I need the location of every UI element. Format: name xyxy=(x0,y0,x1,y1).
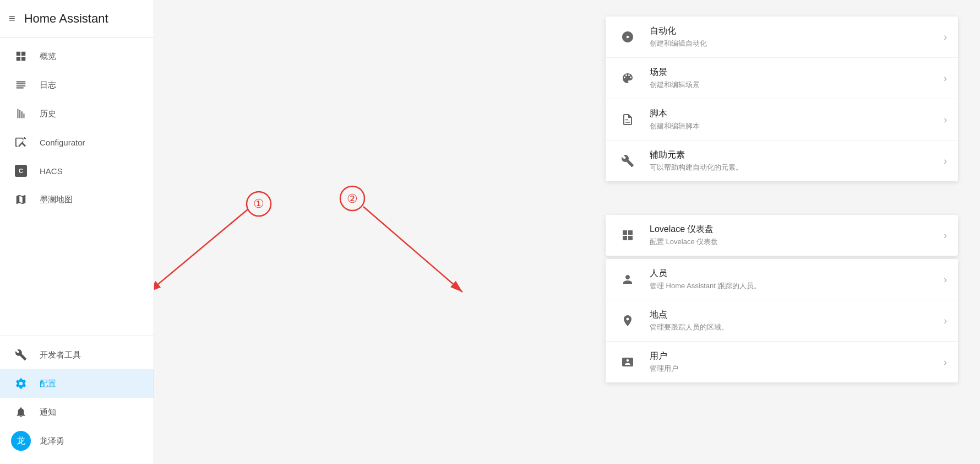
sidebar-item-label-configurator: Configurator xyxy=(40,138,85,147)
lovelace-title: Lovelace 仪表盘 xyxy=(650,224,939,235)
helper-chevron-icon: › xyxy=(944,155,947,167)
sidebar: ≡ Home Assistant 概览 日志 xyxy=(0,0,154,464)
devtools-icon xyxy=(11,345,31,365)
logbook-icon xyxy=(11,75,31,95)
svg-text:②: ② xyxy=(347,192,358,206)
zones-text: 地点 管理要跟踪人员的区域。 xyxy=(650,309,939,332)
scene-chevron-icon: › xyxy=(944,73,947,84)
sidebar-item-label-history: 历史 xyxy=(40,109,56,119)
config-panel-lovelace: Lovelace 仪表盘 配置 Lovelace 仪表盘 › xyxy=(606,215,958,256)
sidebar-bottom: 开发者工具 配置 通知 龙 龙泽勇 xyxy=(0,336,154,464)
config-panel-1: 自动化 创建和编辑自动化 › 场景 创建和编辑场景 › xyxy=(606,17,958,181)
persons-title: 人员 xyxy=(650,268,939,279)
persons-text: 人员 管理 Home Assistant 跟踪的人员。 xyxy=(650,268,939,291)
lovelace-subtitle: 配置 Lovelace 仪表盘 xyxy=(650,237,939,247)
zones-chevron-icon: › xyxy=(944,315,947,327)
sidebar-item-label-user: 龙泽勇 xyxy=(40,436,64,446)
sidebar-item-label-config: 配置 xyxy=(40,379,56,389)
svg-point-4 xyxy=(340,186,364,211)
config-item-automation[interactable]: 自动化 创建和编辑自动化 › xyxy=(606,17,958,58)
automation-chevron-icon: › xyxy=(944,31,947,43)
sidebar-item-config[interactable]: 配置 xyxy=(0,369,154,398)
zones-title: 地点 xyxy=(650,309,939,321)
script-text: 脚本 创建和编辑脚本 xyxy=(650,108,939,131)
sidebar-item-label-hacs: HACS xyxy=(40,166,63,176)
automation-subtitle: 创建和编辑自动化 xyxy=(650,39,939,48)
automation-title: 自动化 xyxy=(650,25,939,37)
persons-subtitle: 管理 Home Assistant 跟踪的人员。 xyxy=(650,281,939,291)
helper-icon xyxy=(617,150,639,172)
automation-text: 自动化 创建和编辑自动化 xyxy=(650,25,939,48)
users-icon xyxy=(617,351,639,373)
notifications-icon xyxy=(11,402,31,422)
persons-chevron-icon: › xyxy=(944,274,947,285)
config-item-persons[interactable]: 人员 管理 Home Assistant 跟踪的人员。 › xyxy=(606,259,958,300)
scene-title: 场景 xyxy=(650,67,939,78)
lovelace-text: Lovelace 仪表盘 配置 Lovelace 仪表盘 xyxy=(650,224,939,247)
overview-icon xyxy=(11,46,31,66)
config-item-helper[interactable]: 辅助元素 可以帮助构建自动化的元素。 › xyxy=(606,141,958,181)
sidebar-item-label-logbook: 日志 xyxy=(40,80,56,90)
config-item-users[interactable]: 用户 管理用户 › xyxy=(606,342,958,382)
history-icon xyxy=(11,104,31,123)
sidebar-item-devtools[interactable]: 开发者工具 xyxy=(0,341,154,369)
sidebar-item-history[interactable]: 历史 xyxy=(0,99,154,128)
script-subtitle: 创建和编辑脚本 xyxy=(650,121,939,131)
configurator-icon xyxy=(11,132,31,152)
script-icon xyxy=(617,109,639,131)
sidebar-header: ≡ Home Assistant xyxy=(0,0,154,37)
config-item-script[interactable]: 脚本 创建和编辑脚本 › xyxy=(606,99,958,141)
config-item-zones[interactable]: 地点 管理要跟踪人员的区域。 › xyxy=(606,300,958,342)
sidebar-item-hacs[interactable]: C HACS xyxy=(0,157,154,185)
svg-text:①: ① xyxy=(253,197,264,211)
sidebar-nav: 概览 日志 历史 xyxy=(0,37,154,336)
users-subtitle: 管理用户 xyxy=(650,364,939,374)
sidebar-item-logbook[interactable]: 日志 xyxy=(0,71,154,99)
helper-text: 辅助元素 可以帮助构建自动化的元素。 xyxy=(650,149,939,172)
sidebar-item-overview[interactable]: 概览 xyxy=(0,42,154,71)
config-item-lovelace[interactable]: Lovelace 仪表盘 配置 Lovelace 仪表盘 › xyxy=(606,215,958,256)
scene-icon xyxy=(617,67,639,89)
lovelace-chevron-icon: › xyxy=(944,230,947,241)
config-icon xyxy=(11,374,31,393)
lovelace-icon xyxy=(617,224,639,246)
users-chevron-icon: › xyxy=(944,357,947,368)
scene-text: 场景 创建和编辑场景 xyxy=(650,67,939,90)
config-panel-people: 人员 管理 Home Assistant 跟踪的人员。 › 地点 管理要跟踪人员… xyxy=(606,259,958,382)
sidebar-item-user[interactable]: 龙 龙泽勇 xyxy=(0,427,154,455)
svg-line-6 xyxy=(363,207,462,292)
sidebar-item-label-map: 墨澜地图 xyxy=(40,195,73,205)
users-text: 用户 管理用户 xyxy=(650,350,939,374)
helper-subtitle: 可以帮助构建自动化的元素。 xyxy=(650,163,939,172)
zones-subtitle: 管理要跟踪人员的区域。 xyxy=(650,322,939,332)
sidebar-item-label-notifications: 通知 xyxy=(40,407,56,418)
sidebar-item-map[interactable]: 墨澜地图 xyxy=(0,185,154,214)
config-item-scene[interactable]: 场景 创建和编辑场景 › xyxy=(606,58,958,99)
scene-subtitle: 创建和编辑场景 xyxy=(650,80,939,90)
map-icon xyxy=(11,190,31,209)
script-title: 脚本 xyxy=(650,108,939,120)
helper-title: 辅助元素 xyxy=(650,149,939,161)
zones-icon xyxy=(617,310,639,332)
sidebar-item-configurator[interactable]: Configurator xyxy=(0,128,154,157)
app-title: Home Assistant xyxy=(24,12,108,26)
sidebar-item-label-devtools: 开发者工具 xyxy=(40,350,81,360)
automation-icon xyxy=(617,26,639,48)
menu-toggle-icon[interactable]: ≡ xyxy=(9,12,15,25)
sidebar-item-label-overview: 概览 xyxy=(40,51,56,62)
main-content: 自动化 创建和编辑自动化 › 场景 创建和编辑场景 › xyxy=(154,0,980,464)
hacs-icon: C xyxy=(11,161,31,181)
sidebar-item-notifications[interactable]: 通知 xyxy=(0,398,154,427)
svg-point-1 xyxy=(247,192,271,216)
script-chevron-icon: › xyxy=(944,114,947,126)
avatar: 龙 xyxy=(11,431,31,451)
persons-icon xyxy=(617,268,639,290)
users-title: 用户 xyxy=(650,350,939,362)
svg-line-3 xyxy=(149,209,248,292)
